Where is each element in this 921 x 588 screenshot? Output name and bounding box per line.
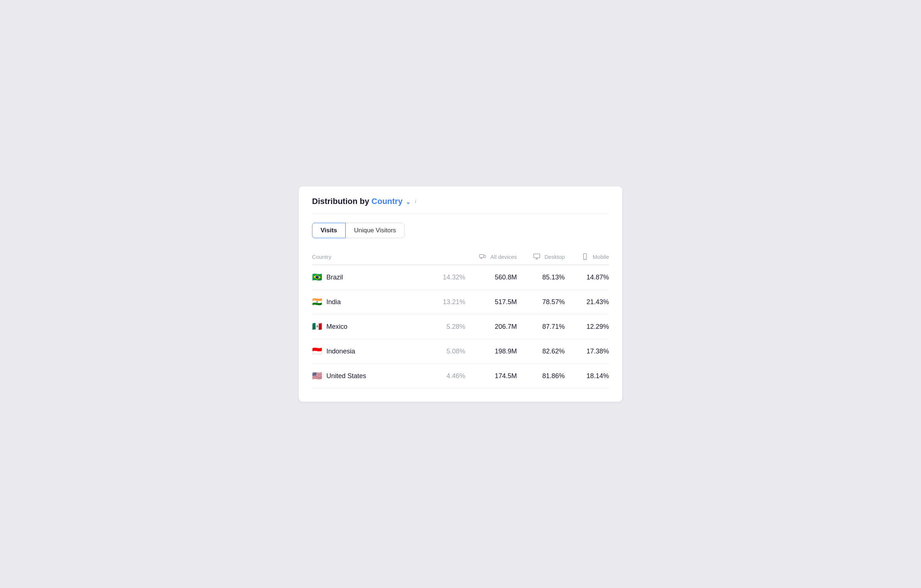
all-devices-brazil: 560.8M <box>465 274 517 281</box>
table-row: 🇧🇷 Brazil 14.32% 560.8M 85.13% 14.87% <box>312 265 609 290</box>
flag-united-states: 🇺🇸 <box>312 371 322 381</box>
desktop-icon <box>533 253 540 260</box>
flag-brazil: 🇧🇷 <box>312 273 322 282</box>
country-name-india: India <box>326 298 341 306</box>
mobile-icon <box>581 253 589 260</box>
header-all-devices: All devices <box>465 253 517 260</box>
info-icon[interactable]: i <box>415 198 417 205</box>
all-devices-mexico: 206.7M <box>465 323 517 331</box>
tab-unique-visitors[interactable]: Unique Visitors <box>345 223 405 238</box>
pct-mexico: 5.28% <box>414 323 465 331</box>
title-highlight[interactable]: Country <box>371 197 402 206</box>
all-devices-united-states: 174.5M <box>465 372 517 380</box>
header-desktop: Desktop <box>517 253 565 260</box>
svg-rect-1 <box>484 255 486 258</box>
card-title: Distribution by Country ⌄ <box>312 197 410 206</box>
table-header: Country All devices <box>312 250 609 265</box>
country-brazil: 🇧🇷 Brazil <box>312 273 414 282</box>
tab-group: Visits Unique Visitors <box>312 223 609 238</box>
desktop-indonesia: 82.62% <box>517 348 565 355</box>
all-devices-icon <box>479 253 486 260</box>
header-all-devices-pct <box>414 253 465 260</box>
all-devices-indonesia: 198.9M <box>465 348 517 355</box>
flag-india: 🇮🇳 <box>312 297 322 307</box>
country-mexico: 🇲🇽 Mexico <box>312 322 414 331</box>
country-name-brazil: Brazil <box>326 274 343 281</box>
desktop-brazil: 85.13% <box>517 274 565 281</box>
svg-rect-0 <box>480 254 484 257</box>
tab-visits[interactable]: Visits <box>312 223 345 238</box>
table-row: 🇮🇳 India 13.21% 517.5M 78.57% 21.43% <box>312 290 609 314</box>
mobile-brazil: 14.87% <box>565 274 609 281</box>
header-country: Country <box>312 253 414 260</box>
svg-rect-6 <box>534 254 540 258</box>
desktop-united-states: 81.86% <box>517 372 565 380</box>
pct-india: 13.21% <box>414 298 465 306</box>
country-united-states: 🇺🇸 United States <box>312 371 414 381</box>
desktop-mexico: 87.71% <box>517 323 565 331</box>
card-header: Distribution by Country ⌄ i <box>312 197 609 214</box>
country-name-mexico: Mexico <box>326 323 347 331</box>
mobile-united-states: 18.14% <box>565 372 609 380</box>
mobile-indonesia: 17.38% <box>565 348 609 355</box>
pct-united-states: 4.46% <box>414 372 465 380</box>
pct-indonesia: 5.08% <box>414 348 465 355</box>
country-table: Country All devices <box>312 250 609 388</box>
distribution-card: Distribution by Country ⌄ i Visits Uniqu… <box>298 186 623 402</box>
desktop-india: 78.57% <box>517 298 565 306</box>
table-row: 🇮🇩 Indonesia 5.08% 198.9M 82.62% 17.38% <box>312 339 609 364</box>
table-row: 🇲🇽 Mexico 5.28% 206.7M 87.71% 12.29% <box>312 314 609 339</box>
flag-indonesia: 🇮🇩 <box>312 346 322 356</box>
country-india: 🇮🇳 India <box>312 297 414 307</box>
country-name-united-states: United States <box>326 372 366 380</box>
pct-brazil: 14.32% <box>414 274 465 281</box>
country-dropdown-icon[interactable]: ⌄ <box>405 199 410 205</box>
country-indonesia: 🇮🇩 Indonesia <box>312 346 414 356</box>
mobile-mexico: 12.29% <box>565 323 609 331</box>
country-name-indonesia: Indonesia <box>326 348 355 355</box>
all-devices-india: 517.5M <box>465 298 517 306</box>
header-mobile: Mobile <box>565 253 609 260</box>
table-row: 🇺🇸 United States 4.46% 174.5M 81.86% 18.… <box>312 364 609 388</box>
flag-mexico: 🇲🇽 <box>312 322 322 331</box>
mobile-india: 21.43% <box>565 298 609 306</box>
